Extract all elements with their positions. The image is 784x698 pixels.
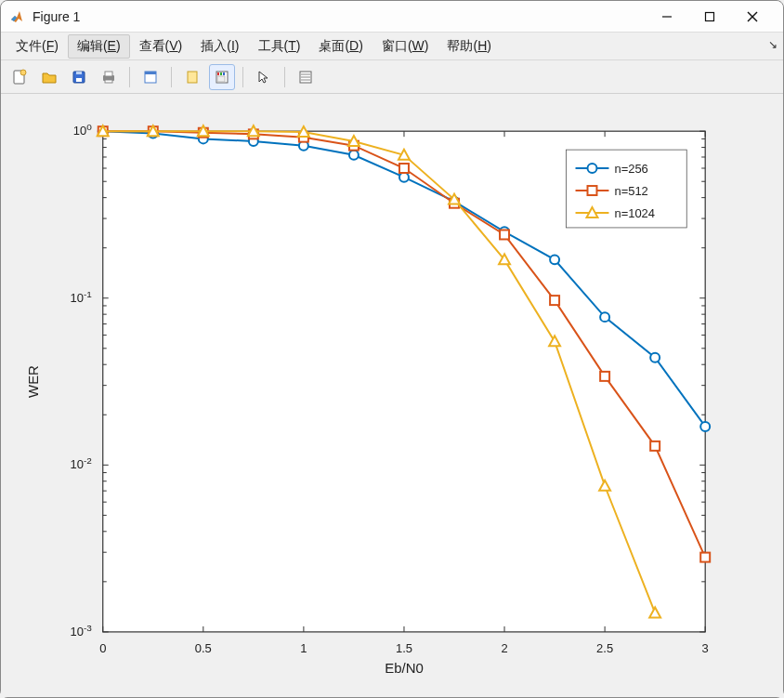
menu-t[interactable]: 工具(T)	[249, 34, 310, 59]
svg-point-119	[650, 353, 660, 362]
svg-rect-13	[145, 72, 156, 74]
chart-svg: 00.511.522.5310010-110-210-3WEREb/N0n=25…	[1, 94, 783, 697]
svg-text:3: 3	[702, 641, 709, 655]
svg-point-148	[588, 164, 597, 173]
edit-plot-icon[interactable]	[137, 64, 163, 90]
svg-rect-129	[500, 230, 509, 239]
legend-label: n=1024	[614, 206, 655, 220]
svg-text:1.5: 1.5	[396, 641, 412, 655]
toolbar-separator	[171, 67, 172, 87]
svg-text:0: 0	[99, 641, 106, 655]
toolbar-separator	[242, 67, 243, 87]
svg-rect-150	[588, 186, 597, 195]
svg-rect-11	[105, 80, 112, 83]
titlebar[interactable]: Figure 1	[1, 1, 783, 33]
svg-text:10-2: 10-2	[70, 455, 92, 472]
datatip-icon[interactable]	[293, 64, 319, 90]
svg-point-5	[20, 70, 26, 75]
svg-rect-16	[217, 72, 219, 75]
colorbar-icon[interactable]	[209, 64, 235, 90]
menu-h[interactable]: 帮助(H)	[438, 34, 500, 59]
toolbar	[1, 60, 783, 94]
svg-rect-17	[220, 72, 222, 75]
window-controls	[646, 3, 774, 31]
menu-f[interactable]: 文件(F)	[7, 34, 68, 59]
svg-text:1: 1	[300, 641, 307, 655]
svg-text:2.5: 2.5	[596, 641, 613, 655]
save-icon[interactable]	[66, 64, 92, 90]
open-icon[interactable]	[36, 64, 62, 90]
svg-text:2: 2	[501, 641, 507, 655]
svg-rect-127	[399, 164, 409, 173]
menubar: 文件(F)编辑(E)查看(V)插入(I)工具(T)桌面(D)窗口(W)帮助(H)…	[1, 33, 783, 60]
svg-point-113	[349, 151, 359, 160]
link-icon[interactable]	[179, 64, 205, 90]
menu-i[interactable]: 插入(I)	[191, 34, 248, 59]
toolbar-separator	[129, 67, 130, 87]
toolbar-separator	[284, 67, 285, 87]
svg-point-120	[700, 422, 710, 431]
maximize-button[interactable]	[688, 3, 731, 31]
window-title: Figure 1	[33, 9, 646, 24]
svg-rect-18	[223, 72, 225, 75]
svg-point-114	[399, 173, 409, 182]
legend-label: n=512	[614, 184, 647, 198]
menu-e[interactable]: 编辑(E)	[68, 34, 130, 59]
dock-arrow-icon[interactable]: ↘	[768, 38, 777, 51]
svg-text:0.5: 0.5	[195, 641, 212, 655]
menu-d[interactable]: 桌面(D)	[309, 34, 372, 59]
svg-text:10-1: 10-1	[70, 288, 92, 305]
new-figure-icon[interactable]	[7, 64, 33, 90]
matlab-icon	[8, 8, 25, 25]
svg-rect-131	[600, 372, 609, 381]
svg-text:Eb/N0: Eb/N0	[385, 660, 424, 676]
svg-rect-19	[217, 76, 225, 82]
svg-text:10-3: 10-3	[70, 622, 92, 639]
svg-rect-130	[550, 296, 559, 305]
pointer-icon[interactable]	[251, 64, 277, 90]
svg-rect-8	[76, 72, 82, 74]
figure-window: Figure 1 文件(F)编辑(E)查看(V)插入(I)工具(T)桌面(D)窗…	[0, 0, 784, 698]
print-icon[interactable]	[96, 64, 122, 90]
menu-v[interactable]: 查看(V)	[130, 34, 192, 59]
minimize-button[interactable]	[646, 3, 688, 31]
svg-rect-1	[706, 12, 714, 20]
chart-area: 00.511.522.5310010-110-210-3WEREb/N0n=25…	[1, 94, 783, 697]
svg-text:WER: WER	[25, 365, 41, 398]
svg-text:100: 100	[73, 122, 92, 138]
svg-rect-14	[188, 72, 197, 83]
svg-point-118	[600, 312, 609, 322]
svg-rect-132	[650, 441, 660, 451]
legend-label: n=256	[614, 162, 647, 176]
svg-rect-10	[105, 72, 112, 76]
svg-point-117	[550, 255, 559, 264]
svg-rect-7	[76, 78, 82, 82]
menu-w[interactable]: 窗口(W)	[372, 34, 438, 59]
svg-rect-133	[700, 553, 710, 562]
close-button[interactable]	[731, 3, 774, 31]
